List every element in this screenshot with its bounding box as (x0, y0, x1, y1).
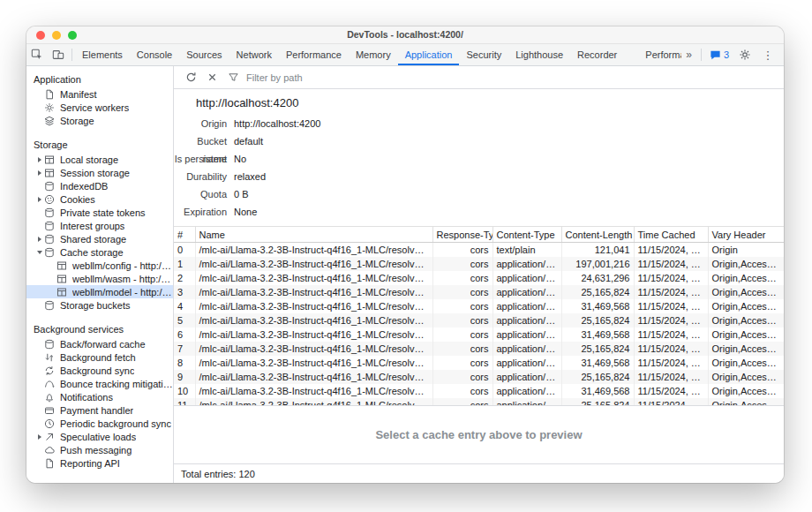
column-header-vary-header[interactable]: Vary Header (708, 227, 784, 243)
tab-performance[interactable]: Performance (279, 44, 349, 65)
detail-value: default (234, 132, 263, 150)
sidebar-item-payment-handler[interactable]: Payment handler (26, 403, 173, 417)
delete-selected-icon[interactable] (202, 68, 222, 87)
sidebar-item-indexeddb[interactable]: IndexedDB (26, 179, 173, 192)
column-header-content-type[interactable]: Content-Type (492, 227, 561, 243)
detail-value: http://localhost:4200 (234, 115, 320, 132)
sidebar-item-storage-buckets[interactable]: Storage buckets (26, 298, 173, 312)
cell-name: /mlc-ai/Llama-3.2-3B-Instruct-q4f16_1-ML… (195, 398, 432, 406)
tab-recorder[interactable]: Recorder (570, 44, 624, 65)
tab-console[interactable]: Console (130, 44, 179, 65)
table-row[interactable]: 2/mlc-ai/Llama-3.2-3B-Instruct-q4f16_1-M… (174, 271, 784, 285)
sidebar-item-local-storage[interactable]: Local storage (26, 153, 173, 166)
column-header-name[interactable]: Name (195, 227, 432, 243)
issues-button[interactable]: 3 (706, 49, 733, 61)
cell-vary: Origin,Access… (708, 328, 784, 342)
cell-ctype: application/oc… (492, 257, 561, 271)
sidebar-item-cache-storage[interactable]: Cache storage (26, 245, 173, 259)
sidebar-item-label: Push messaging (60, 445, 132, 456)
settings-gear-icon[interactable] (734, 49, 756, 61)
table-row[interactable]: 1/mlc-ai/Llama-3.2-3B-Instruct-q4f16_1-M… (174, 257, 784, 271)
sidebar-item-background-sync[interactable]: Background sync (26, 364, 173, 377)
sidebar-item-label: IndexedDB (60, 181, 108, 192)
sidebar-item-label: Local storage (60, 154, 118, 165)
sync-icon (44, 365, 56, 376)
table-row[interactable]: 9/mlc-ai/Llama-3.2-3B-Instruct-q4f16_1-M… (174, 370, 784, 384)
sidebar-item-cookies[interactable]: Cookies (26, 192, 173, 206)
toolbar-right-cluster: » 3 ⋮ (681, 44, 784, 65)
tab-label: Network (237, 49, 272, 60)
sidebar-item-back-forward-cache[interactable]: Back/forward cache (26, 337, 173, 350)
sidebar-item-background-fetch[interactable]: Background fetch (26, 350, 173, 364)
column-header-time-cached[interactable]: Time Cached (634, 227, 708, 243)
tab-lighthouse[interactable]: Lighthouse (508, 44, 570, 65)
tab-application[interactable]: Application (398, 44, 460, 65)
sidebar-item-manifest[interactable]: Manifest (26, 87, 173, 101)
sidebar-item-bounce-tracking-mitigations[interactable]: Bounce tracking mitigations (26, 377, 173, 390)
sidebar-item-webllm-model-http-loc[interactable]: webllm/model - http://loc… (26, 285, 173, 298)
sidebar-item-shared-storage[interactable]: Shared storage (26, 232, 173, 245)
sidebar-item-label: Cache storage (60, 247, 124, 258)
sidebar-item-private-state-tokens[interactable]: Private state tokens (26, 206, 173, 219)
filter-icon[interactable] (223, 68, 243, 87)
table-row[interactable]: 0/mlc-ai/Llama-3.2-3B-Instruct-q4f16_1-M… (174, 243, 784, 257)
table-row[interactable]: 5/mlc-ai/Llama-3.2-3B-Instruct-q4f16_1-M… (174, 313, 784, 328)
inspect-element-icon[interactable] (26, 44, 48, 65)
sidebar-item-notifications[interactable]: Notifications (26, 390, 173, 403)
tab-network[interactable]: Network (229, 44, 279, 65)
tab-performance-insights[interactable]: Performance insights (638, 44, 681, 65)
cell-clen: 25,165,824 (561, 285, 634, 299)
cell-clen: 121,041 (561, 243, 634, 257)
device-toolbar-icon[interactable] (48, 44, 69, 65)
sidebar-item-webllm-config-http-loc[interactable]: webllm/config - http://loc… (26, 259, 173, 272)
more-tabs-icon[interactable]: » (681, 49, 696, 61)
cell-ctype: application/oc… (492, 356, 561, 370)
sidebar-item-webllm-wasm-http-loca[interactable]: webllm/wasm - http://loca… (26, 272, 173, 285)
sidebar-item-label: Notifications (60, 392, 113, 403)
sidebar-item-storage[interactable]: Storage (26, 114, 173, 127)
chevron-right-icon[interactable] (35, 197, 44, 202)
table-row[interactable]: 6/mlc-ai/Llama-3.2-3B-Instruct-q4f16_1-M… (174, 328, 784, 342)
cell-name: /mlc-ai/Llama-3.2-3B-Instruct-q4f16_1-ML… (195, 243, 432, 257)
tab-elements[interactable]: Elements (75, 44, 130, 65)
sidebar-item-speculative-loads[interactable]: Speculative loads (26, 430, 173, 443)
filter-by-path-input[interactable]: Filter by path (246, 72, 303, 83)
sidebar-item-label: Bounce tracking mitigations (60, 379, 173, 389)
column-header-response-type[interactable]: Response-Type (432, 227, 492, 243)
sidebar-item-interest-groups[interactable]: Interest groups (26, 219, 173, 232)
tab-sources[interactable]: Sources (179, 44, 229, 65)
table-row[interactable]: 3/mlc-ai/Llama-3.2-3B-Instruct-q4f16_1-M… (174, 285, 784, 299)
cell-clen: 31,469,568 (561, 384, 634, 398)
table-row[interactable]: 10/mlc-ai/Llama-3.2-3B-Instruct-q4f16_1-… (174, 384, 784, 398)
chevron-right-icon[interactable] (35, 434, 44, 440)
total-entries: Total entries: 120 (181, 469, 255, 479)
tab-label: Sources (186, 49, 222, 60)
chevron-right-icon[interactable] (35, 170, 44, 176)
column-header-index[interactable]: # (174, 227, 195, 243)
sidebar-item-session-storage[interactable]: Session storage (26, 166, 173, 179)
cell-vary: Origin (708, 243, 784, 257)
sidebar-item-service-workers[interactable]: Service workers (26, 101, 173, 114)
table-row[interactable]: 11/mlc-ai/Llama-3.2-3B-Instruct-q4f16_1-… (174, 398, 784, 406)
sidebar-item-reporting-api[interactable]: Reporting API (26, 456, 173, 470)
chevron-right-icon[interactable] (35, 237, 44, 242)
column-header-content-length[interactable]: Content-Length (561, 227, 634, 243)
tab-label: Memory (356, 49, 391, 60)
table-row[interactable]: 4/mlc-ai/Llama-3.2-3B-Instruct-q4f16_1-M… (174, 299, 784, 313)
tab-memory[interactable]: Memory (349, 44, 398, 65)
sidebar-item-periodic-background-sync[interactable]: Periodic background sync (26, 417, 173, 430)
sidebar-item-push-messaging[interactable]: Push messaging (26, 443, 173, 456)
tab-security[interactable]: Security (459, 44, 508, 65)
table-row[interactable]: 7/mlc-ai/Llama-3.2-3B-Instruct-q4f16_1-M… (174, 342, 784, 356)
bounce-icon (44, 379, 56, 389)
menu-kebab-icon[interactable]: ⋮ (757, 49, 778, 62)
detail-label: Bucket name (174, 132, 227, 150)
refresh-icon[interactable] (181, 68, 200, 87)
chevron-down-icon[interactable] (35, 251, 44, 254)
table-row[interactable]: 8/mlc-ai/Llama-3.2-3B-Instruct-q4f16_1-M… (174, 356, 784, 370)
stack-icon (44, 116, 56, 126)
cookie-icon (44, 194, 56, 205)
cache-details: Originhttp://localhost:4200Bucket namede… (174, 115, 784, 226)
chevron-right-icon[interactable] (35, 157, 44, 162)
cell-idx: 9 (174, 370, 195, 384)
